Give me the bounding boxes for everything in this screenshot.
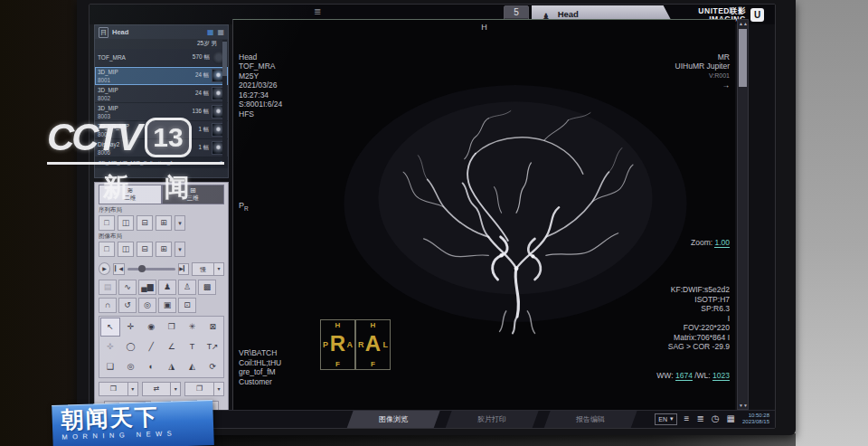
tool-button[interactable]: ♙ [178,280,196,295]
grid-view-icon[interactable]: ▦ [217,28,224,36]
tool-button[interactable]: ✜ [100,337,120,356]
layout-dropdown[interactable]: ▾ [175,215,185,231]
tool-panel: ≋ 二维 ⊞ 三维 序列布局 □◫⊟⊞ ▾ [94,182,229,412]
cctv-wordmark: CCTV [47,116,139,159]
scroll-thumb[interactable] [739,29,747,87]
tool-combo[interactable]: ❒ ▾ [99,382,138,396]
tool-button[interactable]: ▣ [158,298,176,313]
tool-button[interactable]: ∩ [99,298,117,313]
series-row[interactable]: 3D_MIP 8002 24 幅 [95,85,228,103]
tool-button[interactable]: ❑ [100,357,120,376]
tool-button[interactable]: ↺ [118,298,137,313]
tray-icon[interactable]: ≡ [684,413,690,425]
orientation-cube: H P R A F [320,319,355,370]
layout-button[interactable]: ⊟ [137,242,153,257]
chevron-down-icon: ▾ [127,383,137,395]
series-number: 8001 [98,76,118,84]
series-row[interactable]: 3D_MIP 8001 24 幅 [95,67,228,85]
overlay-line: Customer [239,377,281,387]
tool-button[interactable]: ∿ [118,280,137,295]
tool-combo-icon: ❒ [99,383,127,395]
tray-icon[interactable]: ◷ [712,413,720,425]
overlay-line: → [675,81,730,90]
layout-button[interactable]: ◫ [118,215,134,231]
cctv-subtitle: 新 闻 [103,170,224,204]
overlay-line: 2021/03/26 [239,81,282,90]
tool-button[interactable]: ◉ [141,318,161,337]
slider-knob[interactable] [138,265,146,272]
tool-button[interactable]: ◯ [121,337,141,356]
orientation-marker-left: PR [239,201,249,212]
viewport-scrollbar[interactable]: ▲▲ ▼▼ [737,19,749,410]
chevron-down-icon: ▾ [213,263,223,275]
tool-button[interactable]: ◭ [183,357,203,376]
taskbar-tab[interactable]: 胶片打印 [445,411,538,429]
series-row-top[interactable]: TOF_MRA 570 幅 [95,49,228,67]
speed-dropdown[interactable]: 慢 ▾ [192,262,224,276]
tool-button[interactable]: ⊡ [178,298,196,313]
layout-button[interactable]: ⊞ [156,242,172,257]
study-title: Head [112,28,128,36]
scroll-thumb[interactable] [222,42,227,76]
overlay-line: TOF_MRA [239,62,282,71]
layout-button[interactable]: ◫ [118,242,134,257]
view-toggle: ▦▦ [207,28,224,36]
taskbar-tab[interactable]: 报告编辑 [543,411,637,429]
tool-combo[interactable]: ❐ ▾ [184,382,224,396]
tool-combo-icon: ❐ [185,383,213,395]
tool-button[interactable]: ▩ [198,280,216,295]
grid-view-icon[interactable]: ▦ [207,28,214,36]
taskbar-tab[interactable]: 图像浏览 [346,411,439,429]
image-viewport[interactable]: H PR HeadTOF_MRAM25Y2021/03/2616:27:34S:… [232,19,735,410]
series-layout-label: 序列布局 [99,206,224,214]
time: 10:50:28 [742,413,769,419]
tool-button[interactable]: ❐ [162,318,182,337]
tool-button[interactable]: ⊠ [203,318,222,337]
system-tray: EN▾ ≡≣◷▦ 10:50:28 2023/08/15 [655,413,769,425]
play-button[interactable]: ▶ [99,262,110,275]
tray-icon[interactable]: ▦ [727,413,735,425]
step-forward-button[interactable]: ▶▎ [178,263,189,275]
tool-button[interactable]: ◐ [141,357,161,376]
tool-button[interactable]: ♟ [158,280,176,295]
series-name: TOF_MRA [98,54,126,61]
tool-button[interactable]: T [183,337,203,356]
tray-icon[interactable]: ≣ [696,413,703,425]
layout-button[interactable]: □ [99,215,115,231]
tool-combos: ❒ ▾ ⇄ ▾ ❐ ▾ [99,382,224,396]
overlay-line: gre_tof_fM [239,367,281,377]
app-menu-icon[interactable]: ≣ [314,6,321,16]
tool-button[interactable]: ◎ [121,357,141,376]
scroll-down-icon[interactable]: ▼ [743,403,748,408]
tool-button[interactable]: ◎ [138,298,156,313]
tool-button[interactable]: ✳ [183,318,203,337]
overlay-line: S:8001I:6/24 [239,100,282,109]
tool-button[interactable]: ◮ [162,357,182,376]
overlay-line: FOV:220*220 [656,323,730,333]
layout-button[interactable]: ⊟ [137,215,153,231]
cctv-underline [47,162,224,165]
layout-button[interactable]: □ [99,242,115,257]
tool-button[interactable]: ∠ [162,337,182,356]
tool-button[interactable]: ╱ [141,337,161,356]
playback-slider[interactable] [127,268,175,270]
series-name: 3D_MIP [98,104,118,112]
layout-dropdown[interactable]: ▾ [175,242,185,257]
tool-button[interactable]: ✛ [121,318,141,337]
series-count: 136 幅 [192,108,209,116]
layout-button[interactable]: ⊞ [156,215,172,231]
scroll-up-icon[interactable]: ▲ [743,21,748,26]
series-count: 24 幅 [195,90,209,98]
language-selector[interactable]: EN▾ [655,413,676,425]
tool-button[interactable]: T↗ [203,337,222,356]
overlay-lines: KF:DWIF:s5e2d2ISOTP:H7SP:R6.3IFOV:220*22… [656,266,730,352]
step-back-button[interactable]: ▎◀ [113,263,124,275]
tool-combo[interactable]: ⇄ ▾ [142,382,182,396]
tool-button[interactable]: ↖ [100,318,120,337]
monitor: ≣ 5 向导 ▾ ♟ Head TOF_MRA 25岁 UNITED联影 IMA… [77,0,796,435]
sidebar: 日 Head ▦▦ 25岁 男 TOF_MRA 570 幅 [94,24,229,412]
tool-button[interactable]: ▄▆ [138,280,156,295]
tool-button[interactable]: ⟳ [203,357,222,376]
tool-button[interactable]: ▤ [99,280,117,295]
overlay-bottom-right: Zoom: 1.00 KF:DWIF:s5e2d2ISOTP:H7SP:R6.3… [656,219,730,400]
